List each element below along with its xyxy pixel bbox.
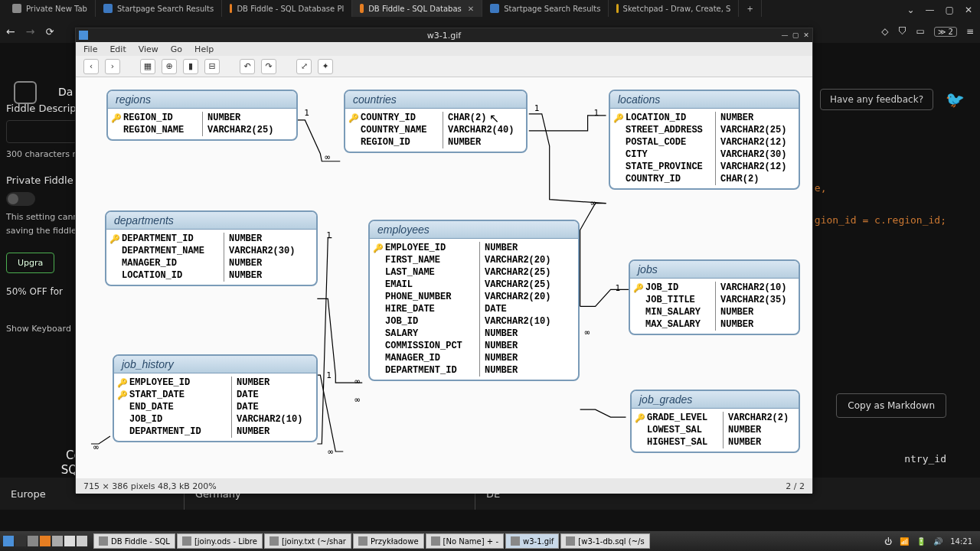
- menu-view[interactable]: View: [139, 44, 158, 54]
- menu-edit[interactable]: Edit: [109, 44, 126, 54]
- table-employees: employees🔑EMPLOYEE_IDNUMBERFIRST_NAMEVAR…: [368, 220, 580, 381]
- svg-text:1: 1: [326, 230, 332, 240]
- browser-icon[interactable]: [40, 536, 51, 546]
- ext-icon[interactable]: ⛉: [898, 26, 907, 37]
- column-row: EMAILVARCHAR2(25): [373, 279, 575, 291]
- column-row: REGION_NAMEVARCHAR2(25): [111, 124, 293, 136]
- taskbar-app[interactable]: [joiny.txt (~/shar: [264, 533, 351, 549]
- viewer-close-icon[interactable]: ✕: [802, 31, 811, 40]
- browser-tab[interactable]: DB Fiddle - SQL Database Pl: [222, 0, 352, 17]
- new-tab-button[interactable]: +: [739, 0, 761, 17]
- upgrade-button[interactable]: Upgra: [6, 253, 54, 273]
- browser-tab[interactable]: Startpage Search Results: [96, 0, 222, 17]
- table-locations: locations🔑LOCATION_IDNUMBERSTREET_ADDRES…: [609, 90, 800, 190]
- table-title: countries: [345, 91, 526, 109]
- primary-key-icon: 🔑: [633, 283, 644, 292]
- zoom-100-icon[interactable]: ▮: [183, 59, 198, 74]
- browser-tab[interactable]: Sketchpad - Draw, Create, S: [609, 0, 739, 17]
- viewer-titlebar[interactable]: w3-1.gif — ▢ ✕: [76, 28, 812, 42]
- code-snippet: e, gion_id = c.region_id;: [815, 181, 946, 228]
- minimize-window-icon[interactable]: —: [926, 5, 935, 15]
- zoom-in-icon[interactable]: ⊕: [162, 59, 177, 74]
- twitter-icon[interactable]: 🐦: [946, 90, 965, 109]
- svg-text:∞: ∞: [93, 442, 99, 452]
- tray-icon[interactable]: 🔊: [933, 537, 942, 546]
- back-icon[interactable]: ←: [6, 25, 15, 37]
- desktop-taskbar: DB Fiddle - SQL[joiny.ods - Libre[joiny.…: [0, 531, 980, 551]
- column-row: STATE_PROVINCEVARCHAR2(12): [613, 161, 795, 173]
- app-icon[interactable]: [77, 536, 87, 546]
- column-row: MANAGER_IDNUMBER: [109, 257, 313, 269]
- browser-tab[interactable]: Private New Tab: [5, 0, 96, 17]
- tray-icon[interactable]: 🔋: [916, 537, 926, 546]
- app-icon[interactable]: [52, 536, 63, 546]
- image-index: 2 / 2: [786, 481, 805, 491]
- table-jobs: jobs🔑JOB_IDVARCHAR2(10)JOB_TITLEVARCHAR2…: [629, 259, 800, 335]
- feedback-button[interactable]: Have any feedback?: [820, 89, 933, 110]
- column-row: END_DATEDATE: [117, 401, 313, 413]
- taskbar-app[interactable]: Przykładowe: [353, 533, 424, 549]
- table-title: locations: [610, 91, 799, 109]
- forward-icon: →: [26, 25, 35, 37]
- menu-help[interactable]: Help: [194, 44, 214, 54]
- reader-icon[interactable]: ≫ 2: [934, 27, 957, 37]
- taskbar-app[interactable]: [w3-1-db.sql (~/s: [560, 533, 649, 549]
- column-row: STREET_ADDRESSVARCHAR2(25): [613, 124, 795, 136]
- close-window-icon[interactable]: ✕: [965, 5, 972, 15]
- tray-icon[interactable]: 📶: [900, 537, 909, 546]
- copy-markdown-button[interactable]: Copy as Markdown: [836, 393, 946, 418]
- fullscreen-icon[interactable]: ⤢: [296, 59, 312, 74]
- private-toggle[interactable]: [6, 192, 35, 206]
- terminal-icon[interactable]: [15, 536, 26, 546]
- menu-file[interactable]: File: [83, 44, 97, 54]
- taskbar-app[interactable]: [joiny.ods - Libre: [177, 533, 263, 549]
- taskbar-app[interactable]: w3-1.gif: [505, 533, 559, 549]
- column-row: DEPARTMENT_IDNUMBER: [373, 364, 575, 377]
- viewer-canvas[interactable]: 1∞ 11 ∞ 11 ∞∞∞ ∞ 1∞ regions🔑REGION_IDNUM…: [76, 77, 812, 478]
- maximize-window-icon[interactable]: ▢: [946, 5, 954, 15]
- svg-text:1: 1: [534, 103, 540, 113]
- viewer-max-icon[interactable]: ▢: [791, 31, 800, 40]
- zoom-fit-icon[interactable]: ▦: [140, 59, 155, 74]
- viewer-min-icon[interactable]: —: [780, 31, 789, 40]
- column-row: COUNTRY_NAMEVARCHAR2(40): [348, 124, 523, 136]
- column-row: CITYVARCHAR2(30): [613, 148, 795, 161]
- primary-key-icon: 🔑: [348, 113, 359, 122]
- taskbar-clock[interactable]: 14:21: [950, 537, 972, 546]
- column-row: LOWEST_SALNUMBER: [635, 424, 795, 436]
- cursor-icon: ↖: [489, 111, 495, 117]
- table-job-grades: job_grades🔑GRADE_LEVELVARCHAR2(2)LOWEST_…: [630, 390, 800, 453]
- table-title: employees: [370, 221, 578, 239]
- taskbar-app[interactable]: [No Name] + -: [426, 533, 504, 549]
- zoom-out-icon[interactable]: ⊟: [204, 59, 220, 74]
- minimize-icon[interactable]: ⌄: [907, 5, 915, 15]
- column-row: 🔑EMPLOYEE_IDNUMBER: [373, 242, 575, 254]
- browser-tab[interactable]: DB Fiddle - SQL Databas✕: [352, 0, 482, 17]
- reload-icon[interactable]: ⟳: [45, 26, 54, 37]
- column-row: JOB_IDVARCHAR2(10): [117, 413, 313, 425]
- tray-icon[interactable]: ⏻: [884, 537, 892, 546]
- next-image-icon[interactable]: ›: [105, 59, 120, 74]
- ext-icon[interactable]: ▭: [916, 26, 925, 37]
- menu-icon[interactable]: ≡: [966, 26, 974, 37]
- slideshow-icon[interactable]: ✦: [318, 59, 333, 74]
- menu-go[interactable]: Go: [171, 44, 182, 54]
- rotate-left-icon[interactable]: ↶: [240, 59, 255, 74]
- table-title: job_history: [114, 356, 316, 373]
- start-menu-icon[interactable]: [3, 536, 14, 546]
- svg-text:∞: ∞: [585, 328, 590, 337]
- browser-tab[interactable]: Startpage Search Results: [482, 0, 609, 17]
- taskbar-app[interactable]: DB Fiddle - SQL: [93, 533, 175, 549]
- rotate-right-icon[interactable]: ↷: [261, 59, 276, 74]
- app-icon[interactable]: [64, 536, 75, 546]
- ext-icon[interactable]: ◇: [881, 26, 888, 37]
- prev-image-icon[interactable]: ‹: [83, 59, 99, 74]
- files-icon[interactable]: [28, 536, 38, 546]
- column-row: COUNTRY_IDCHAR(2): [613, 173, 795, 185]
- column-row: LAST_NAMEVARCHAR2(25): [373, 266, 575, 279]
- column-row: DEPARTMENT_NAMEVARCHAR2(30): [109, 245, 313, 257]
- primary-key-icon: 🔑: [109, 234, 120, 243]
- primary-key-icon: 🔑: [613, 113, 624, 122]
- table-countries: countries🔑COUNTRY_IDCHAR(2)COUNTRY_NAMEV…: [344, 90, 528, 153]
- table-regions: regions🔑REGION_IDNUMBERREGION_NAMEVARCHA…: [106, 90, 298, 141]
